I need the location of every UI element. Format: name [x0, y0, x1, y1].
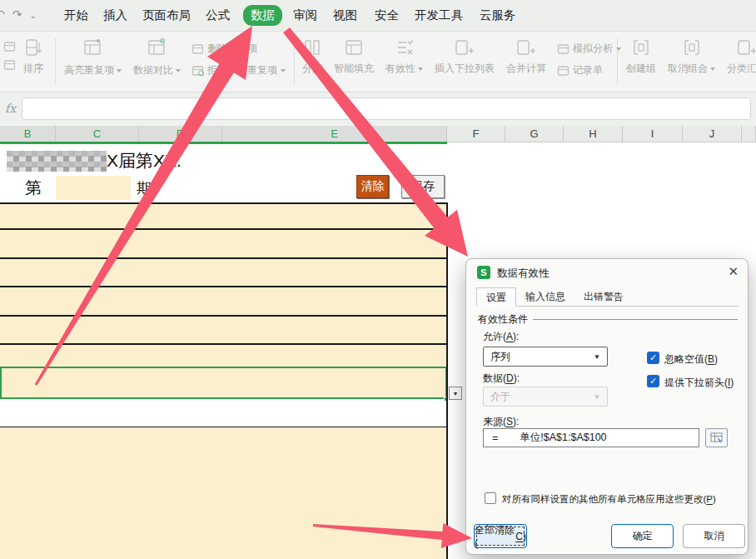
- validation-icon: [395, 37, 415, 57]
- menu-tab-security[interactable]: 安全: [375, 7, 399, 23]
- apply-all-checkbox[interactable]: [485, 492, 496, 504]
- consolidate-button[interactable]: 合并计算: [500, 32, 552, 76]
- dropdown-caret-icon: [176, 69, 181, 72]
- cell-dropdown-button[interactable]: ▼: [449, 387, 462, 400]
- column-header-filler: [742, 126, 756, 142]
- formula-input[interactable]: [22, 97, 751, 120]
- ok-button[interactable]: 确定: [611, 524, 674, 548]
- grid-line: [0, 286, 447, 287]
- menu-tab-developer[interactable]: 开发工具: [415, 7, 463, 23]
- header-underline: [447, 142, 756, 142]
- menu-tab-insert[interactable]: 插入: [103, 7, 127, 23]
- column-header-f[interactable]: F: [447, 126, 505, 142]
- data-selected-value: 介于: [490, 390, 510, 404]
- delete-duplicates-label: 删除重复项: [207, 42, 257, 56]
- data-compare-icon: [147, 37, 168, 59]
- range-picker-button[interactable]: [705, 428, 728, 447]
- column-header-d[interactable]: D: [139, 126, 222, 142]
- consolidate-label: 合并计算: [506, 62, 546, 76]
- check-icon: ✓: [649, 376, 657, 387]
- tab-input-message[interactable]: 输入信息: [516, 287, 574, 307]
- column-header-c[interactable]: C: [56, 126, 139, 142]
- data-validation-dialog: S 数据有效性 ✕ 设置 输入信息 出错警告 有效性条件 允许(A): 序列 ▼…: [465, 258, 749, 555]
- form-bottom-block[interactable]: [0, 427, 446, 559]
- subtotal-label: 分类汇总: [727, 62, 756, 76]
- column-header-j[interactable]: J: [683, 126, 742, 142]
- smart-fill-icon: [344, 37, 364, 57]
- smart-fill-label: 智能填充: [334, 62, 374, 76]
- delete-duplicates-button[interactable]: 删除重复项: [191, 42, 286, 56]
- ribbon-toolbar: 排序 高亮重复项 数据对比 删除重复项 拒绝录入重复项: [0, 32, 756, 92]
- clear-button[interactable]: 清除: [356, 175, 389, 198]
- subtotal-icon: [736, 37, 756, 57]
- ungroup-icon: [682, 37, 702, 57]
- grid-line: [0, 343, 447, 345]
- create-group-button[interactable]: 创建组: [620, 32, 662, 76]
- grid-right-border: [446, 202, 448, 559]
- row-suffix-label: 期: [137, 178, 152, 198]
- sort-az-icon: [23, 37, 43, 57]
- undo-icon[interactable]: ↶: [0, 7, 5, 21]
- grid-line: [0, 315, 447, 317]
- customize-toolbar-icon[interactable]: ⌄: [29, 11, 36, 20]
- dropdown-caret-icon: [418, 67, 423, 71]
- grid-line: [0, 202, 447, 204]
- text-to-columns-label: 分列: [302, 62, 322, 76]
- period-input-cell[interactable]: [56, 176, 131, 200]
- sheet-title-text: X届第XX.: [107, 149, 182, 172]
- highlight-duplicates-icon: [82, 37, 104, 59]
- clear-all-button[interactable]: 全部清除(C): [474, 524, 527, 548]
- what-if-analysis-button[interactable]: 模拟分析: [557, 42, 621, 56]
- reject-duplicate-entry-button[interactable]: 拒绝录入重复项: [191, 63, 286, 77]
- insert-dropdown-list-label: 插入下拉列表: [435, 62, 495, 76]
- close-icon[interactable]: ✕: [728, 264, 739, 279]
- source-label: 来源(S):: [483, 415, 519, 429]
- highlight-duplicates-button[interactable]: 高亮重复项: [58, 32, 127, 77]
- menu-tab-review[interactable]: 审阅: [293, 7, 317, 23]
- column-header-h[interactable]: H: [564, 126, 623, 142]
- menu-tab-formulas[interactable]: 公式: [206, 7, 230, 23]
- save-button[interactable]: 保存: [401, 175, 445, 198]
- source-value: 单位!$A$1:$A$100: [520, 431, 606, 445]
- selected-cell-row[interactable]: [0, 367, 447, 399]
- caret-down-icon: ▼: [453, 391, 459, 397]
- column-header-g[interactable]: G: [505, 126, 564, 142]
- subtotal-button[interactable]: 分类汇总: [721, 32, 756, 76]
- sort-descending-icon[interactable]: [3, 59, 16, 71]
- record-form-label: 记录单: [573, 63, 603, 77]
- menu-tab-page-layout[interactable]: 页面布局: [142, 7, 191, 23]
- tab-settings[interactable]: 设置: [476, 287, 516, 307]
- menu-tab-cloud[interactable]: 云服务: [480, 7, 516, 23]
- allow-select[interactable]: 序列 ▼: [483, 347, 608, 367]
- column-header-b[interactable]: B: [0, 126, 56, 142]
- dropdown-arrow-checkbox[interactable]: ✓: [647, 375, 659, 387]
- ignore-blank-checkbox[interactable]: ✓: [647, 352, 659, 364]
- create-group-icon: [631, 37, 651, 57]
- record-form-button[interactable]: 记录单: [557, 63, 621, 77]
- menu-tab-home[interactable]: 开始: [64, 7, 88, 23]
- column-header-i[interactable]: I: [623, 126, 683, 142]
- data-compare-button[interactable]: 数据对比: [127, 32, 187, 77]
- validation-button[interactable]: 有效性: [380, 32, 429, 76]
- apply-all-label: 对所有同样设置的其他所有单元格应用这些更改(P): [502, 493, 716, 506]
- caret-down-icon: ▼: [594, 393, 600, 401]
- source-input[interactable]: = 单位!$A$1:$A$100: [483, 428, 699, 447]
- sort-ascending-icon[interactable]: [3, 41, 16, 52]
- menu-tab-view[interactable]: 视图: [333, 7, 357, 23]
- tab-error-alert[interactable]: 出错警告: [574, 287, 633, 307]
- insert-dropdown-list-button[interactable]: 插入下拉列表: [429, 32, 500, 76]
- cancel-button[interactable]: 取消: [683, 524, 745, 548]
- data-compare-label: 数据对比: [133, 63, 173, 77]
- wps-app-icon: S: [477, 266, 490, 279]
- smart-fill-button[interactable]: 智能填充: [328, 32, 380, 76]
- sort-button[interactable]: 排序: [17, 32, 49, 76]
- menu-bar: ↶ ↷ ⌄ 开始 插入 页面布局 公式 数据 审阅 视图 安全 开发工具 云服务: [0, 0, 756, 32]
- wps-spreadsheet-window: ↶ ↷ ⌄ 开始 插入 页面布局 公式 数据 审阅 视图 安全 开发工具 云服务…: [0, 0, 756, 559]
- ignore-blank-label: 忽略空值(B): [664, 352, 718, 367]
- redo-icon[interactable]: ↷: [12, 7, 22, 21]
- ungroup-button[interactable]: 取消组合: [662, 32, 721, 76]
- text-to-columns-button[interactable]: 分列: [296, 32, 328, 76]
- menu-tab-data-active[interactable]: 数据: [243, 5, 282, 26]
- row-prefix-label: 第: [25, 177, 42, 199]
- column-header-e[interactable]: E: [222, 126, 447, 142]
